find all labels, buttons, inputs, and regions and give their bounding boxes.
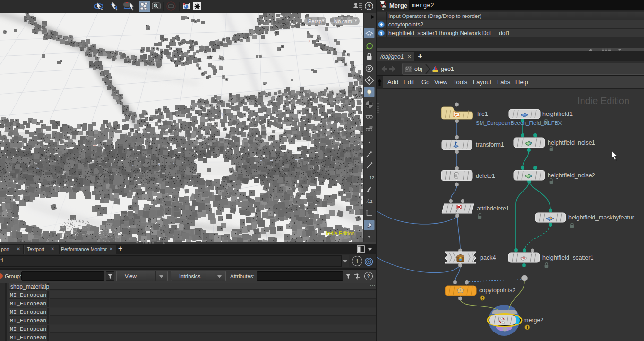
svg-text:No cam: No cam — [334, 18, 352, 24]
svg-text:.12: .12 — [369, 175, 375, 180]
svg-text:merge2: merge2 — [524, 317, 543, 324]
svg-text:pack4: pack4 — [480, 254, 496, 261]
svg-text:heightfield_noise2: heightfield_noise2 — [548, 172, 595, 179]
svg-text:heightfield_maskbyfeatur: heightfield_maskbyfeatur — [568, 214, 634, 221]
svg-text:Indie Edition: Indie Edition — [577, 96, 629, 106]
svg-text:heightfield1: heightfield1 — [542, 111, 573, 117]
svg-text:attribdelete1: attribdelete1 — [477, 205, 509, 212]
svg-text:12: 12 — [368, 199, 373, 204]
svg-text:Indie Edition: Indie Edition — [326, 230, 355, 236]
svg-text:2: 2 — [308, 39, 310, 44]
svg-text:heightfield_scatter1: heightfield_scatter1 — [542, 254, 593, 261]
svg-text:delete1: delete1 — [476, 173, 495, 179]
svg-text:copytopoints2: copytopoints2 — [479, 287, 515, 294]
svg-text:heightfield_noise1: heightfield_noise1 — [548, 140, 595, 146]
svg-text:?: ? — [367, 3, 371, 10]
svg-text:SM_EuropeanBeech_Field_01.FBX: SM_EuropeanBeech_Field_01.FBX — [476, 120, 562, 126]
svg-text:Persp: Persp — [308, 18, 322, 24]
svg-text:file1: file1 — [477, 111, 488, 117]
svg-text:transform1: transform1 — [476, 141, 504, 148]
